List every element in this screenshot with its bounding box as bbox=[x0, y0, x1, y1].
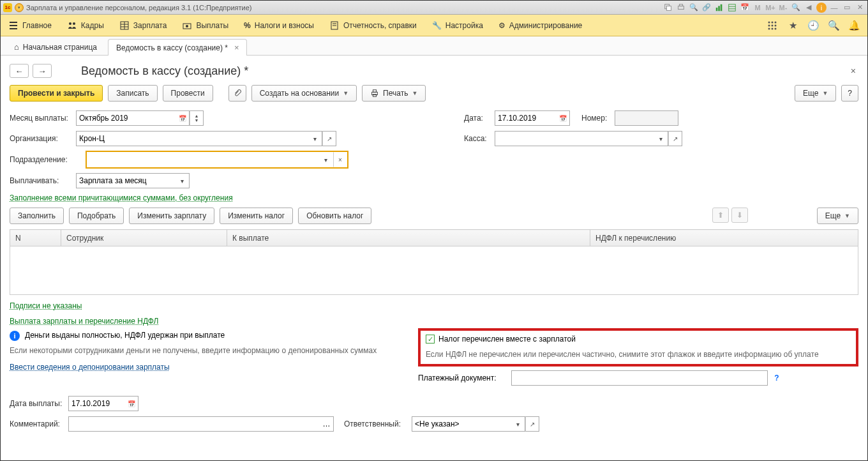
col-payout[interactable]: К выплате bbox=[227, 230, 590, 246]
star-icon[interactable]: ★ bbox=[787, 20, 798, 31]
tab-current[interactable]: Ведомость в кассу (создание) *× bbox=[108, 39, 248, 56]
pay-date-input[interactable] bbox=[68, 396, 124, 411]
number-input[interactable] bbox=[615, 110, 678, 126]
calc1-icon[interactable] bbox=[727, 3, 737, 13]
responsible-label: Ответственный: bbox=[344, 419, 409, 428]
more-button[interactable]: Еще▼ bbox=[795, 85, 836, 102]
responsible-dropdown-icon[interactable]: ▾ bbox=[511, 416, 525, 432]
col-employee[interactable]: Сотрудник bbox=[61, 230, 227, 246]
move-down-button[interactable]: ⬇ bbox=[731, 208, 748, 223]
org-dropdown-icon[interactable]: ▾ bbox=[308, 131, 322, 146]
pay-dropdown-icon[interactable]: ▾ bbox=[176, 173, 190, 188]
close-window-icon[interactable]: ✕ bbox=[855, 3, 865, 13]
kassa-open-icon[interactable]: ↗ bbox=[668, 131, 682, 146]
attach-button[interactable] bbox=[228, 85, 246, 102]
signs-link[interactable]: Подписи не указаны bbox=[10, 301, 82, 310]
date-input[interactable] bbox=[495, 110, 556, 126]
search-sys-icon[interactable]: 🔍 bbox=[689, 3, 699, 13]
month-label: Месяц выплаты: bbox=[10, 114, 73, 123]
queue-icon[interactable] bbox=[663, 3, 673, 13]
menu-nastroika[interactable]: 🔧Настройка bbox=[432, 21, 483, 30]
update-tax-button[interactable]: Обновить налог bbox=[298, 208, 371, 224]
svg-point-29 bbox=[775, 27, 777, 29]
month-spinner[interactable]: ▲▼ bbox=[190, 110, 204, 126]
change-tax-button[interactable]: Изменить налог bbox=[220, 208, 293, 224]
write-button[interactable]: Записать bbox=[108, 85, 157, 102]
tax-transferred-checkbox[interactable]: ✓ bbox=[426, 335, 435, 344]
create-based-button[interactable]: Создать на основании▼ bbox=[251, 85, 357, 102]
print-button[interactable]: Печать▼ bbox=[362, 85, 426, 102]
move-up-button[interactable]: ⬆ bbox=[712, 208, 729, 223]
kassa-input[interactable] bbox=[495, 131, 654, 146]
apps-icon[interactable] bbox=[767, 20, 778, 31]
bell-icon[interactable]: 🔔 bbox=[848, 20, 860, 31]
responsible-input[interactable] bbox=[412, 416, 511, 432]
calendar-addon-icon[interactable]: 📅 bbox=[176, 110, 190, 126]
date-calendar-icon[interactable]: 📅 bbox=[556, 110, 570, 126]
empty-body bbox=[10, 246, 858, 295]
search-bar-icon[interactable]: 🔍 bbox=[828, 20, 839, 31]
fill-rounding-link[interactable]: Заполнение всеми причитающимися суммами,… bbox=[10, 193, 233, 202]
chart-icon[interactable] bbox=[714, 3, 724, 13]
dept-clear-icon[interactable]: × bbox=[333, 152, 347, 167]
menu-vyplaty[interactable]: Выплаты bbox=[182, 20, 228, 31]
m-icon[interactable]: M bbox=[752, 3, 763, 13]
org-input[interactable] bbox=[76, 131, 308, 146]
menu-kadry[interactable]: Кадры bbox=[67, 20, 104, 31]
dept-dropdown-icon[interactable]: ▾ bbox=[319, 152, 333, 167]
zoom-icon[interactable]: 🔍 bbox=[791, 3, 801, 13]
org-open-icon[interactable]: ↗ bbox=[322, 131, 336, 146]
info-icon[interactable]: i bbox=[816, 3, 827, 13]
menu-drop-icon[interactable]: ▾ bbox=[15, 3, 24, 12]
tab-home[interactable]: ⌂Начальная страница bbox=[6, 38, 105, 55]
svg-rect-6 bbox=[721, 4, 722, 11]
m-minus-icon[interactable]: M- bbox=[778, 3, 788, 13]
responsible-open-icon[interactable]: ↗ bbox=[525, 416, 539, 432]
info-depo-note: Если некоторыми сотрудниками деньги не п… bbox=[10, 346, 405, 355]
payout-heading[interactable]: Выплата зарплаты и перечисление НДФЛ bbox=[10, 317, 158, 326]
nav-forward-button[interactable]: → bbox=[33, 64, 52, 78]
tab-close-icon[interactable]: × bbox=[234, 43, 239, 52]
m-plus-icon[interactable]: M+ bbox=[765, 3, 775, 13]
maximize-icon[interactable]: ▭ bbox=[842, 3, 852, 13]
menu-hamburger[interactable]: Главное bbox=[8, 20, 52, 31]
svg-rect-2 bbox=[678, 6, 684, 9]
menu-nalogi[interactable]: %Налоги и взносы bbox=[244, 21, 314, 30]
caret-icon: ▼ bbox=[343, 90, 348, 96]
more-label: Еще bbox=[803, 89, 818, 98]
calendar-icon[interactable]: 📅 bbox=[740, 3, 750, 13]
fill-button[interactable]: Заполнить bbox=[10, 208, 64, 224]
minimize-icon[interactable]: — bbox=[829, 3, 839, 13]
back-sys-icon[interactable]: ◀ bbox=[804, 3, 814, 13]
payment-doc-input[interactable] bbox=[511, 370, 768, 386]
print-icon[interactable] bbox=[676, 3, 686, 13]
col-ndfl[interactable]: НДФЛ к перечислению bbox=[590, 230, 858, 246]
payment-doc-help-icon[interactable]: ? bbox=[772, 373, 782, 383]
kassa-dropdown-icon[interactable]: ▾ bbox=[654, 131, 668, 146]
link-icon[interactable]: 🔗 bbox=[701, 3, 712, 13]
menu-otchet[interactable]: Отчетность, справки bbox=[329, 20, 417, 31]
pick-button[interactable]: Подобрать bbox=[69, 208, 124, 224]
comment-input[interactable] bbox=[68, 416, 320, 432]
dept-input[interactable] bbox=[87, 152, 319, 167]
comment-ellipsis-button[interactable]: … bbox=[320, 416, 334, 432]
pay-input[interactable] bbox=[76, 173, 176, 188]
menu-vyplaty-label: Выплаты bbox=[196, 21, 228, 30]
month-input[interactable] bbox=[76, 110, 176, 126]
menu-zarplata[interactable]: Зарплата bbox=[119, 20, 167, 31]
change-salary-button[interactable]: Изменить зарплату bbox=[129, 208, 214, 224]
pay-date-calendar-icon[interactable]: 📅 bbox=[124, 396, 138, 411]
depo-link[interactable]: Ввести сведения о депонировании зарплаты bbox=[10, 363, 170, 372]
svg-rect-5 bbox=[718, 6, 720, 11]
col-n[interactable]: N bbox=[10, 230, 61, 246]
post-button[interactable]: Провести bbox=[163, 85, 213, 102]
close-page-icon[interactable]: × bbox=[848, 63, 858, 79]
menu-otchet-label: Отчетность, справки bbox=[343, 21, 417, 30]
nav-back-button[interactable]: ← bbox=[10, 64, 29, 78]
table-more-button[interactable]: Еще▼ bbox=[817, 208, 858, 224]
menu-admin[interactable]: ⚙Администрирование bbox=[498, 21, 582, 30]
help-button[interactable]: ? bbox=[841, 85, 858, 102]
post-close-button[interactable]: Провести и закрыть bbox=[10, 85, 103, 102]
menu-admin-label: Администрирование bbox=[509, 21, 582, 30]
history-icon[interactable]: 🕘 bbox=[807, 20, 819, 31]
